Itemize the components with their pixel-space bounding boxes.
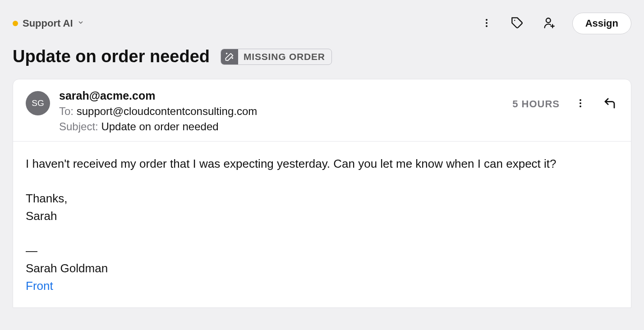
tag-chip-label: MISSING ORDER	[238, 50, 331, 64]
svg-point-2	[486, 25, 488, 27]
to-line: To: support@cloudcontentconsulting.com	[59, 105, 257, 118]
subject-line: Subject: Update on order needed	[59, 120, 257, 133]
svg-point-7	[580, 99, 581, 101]
svg-point-4	[546, 18, 551, 23]
svg-point-1	[486, 22, 488, 24]
from-email: sarah@acme.com	[59, 89, 257, 102]
magic-wand-icon	[221, 49, 238, 64]
body-name: Sarah	[26, 207, 618, 225]
tag-button[interactable]	[509, 15, 525, 32]
more-options-button[interactable]	[479, 16, 494, 32]
subject-value: Update on order needed	[101, 120, 218, 133]
status-dot-icon	[13, 21, 18, 26]
svg-point-8	[580, 102, 581, 104]
signature-name: Sarah Goldman	[26, 260, 618, 277]
message-body: I haven't received my order that I was e…	[13, 142, 631, 307]
person-add-icon	[543, 17, 555, 31]
vertical-dots-icon	[575, 98, 586, 110]
chevron-down-icon	[78, 19, 84, 28]
body-thanks: Thanks,	[26, 190, 618, 207]
reply-button[interactable]	[601, 95, 618, 113]
assign-button[interactable]: Assign	[572, 13, 631, 34]
signature-link[interactable]: Front	[26, 279, 53, 293]
subject-label: Subject:	[59, 120, 98, 133]
svg-point-0	[486, 19, 488, 21]
conversation-title: Update on order needed	[13, 47, 210, 66]
reply-icon	[603, 96, 616, 111]
to-value: support@cloudcontentconsulting.com	[77, 105, 258, 117]
signature-dash: —	[26, 242, 618, 260]
body-line: I haven't received my order that I was e…	[26, 155, 618, 173]
add-participant-button[interactable]	[541, 15, 557, 32]
message-card: SG sarah@acme.com To: support@cloudconte…	[13, 79, 631, 308]
to-label: To:	[59, 105, 74, 117]
tag-icon	[511, 17, 524, 31]
svg-point-9	[580, 105, 581, 107]
tag-chip[interactable]: MISSING ORDER	[221, 49, 332, 65]
channel-selector[interactable]: Support AI	[13, 18, 84, 29]
vertical-dots-icon	[481, 18, 492, 30]
timestamp: 5 HOURS	[512, 98, 560, 110]
message-more-button[interactable]	[573, 96, 588, 112]
channel-name: Support AI	[23, 18, 73, 29]
avatar: SG	[26, 91, 50, 115]
